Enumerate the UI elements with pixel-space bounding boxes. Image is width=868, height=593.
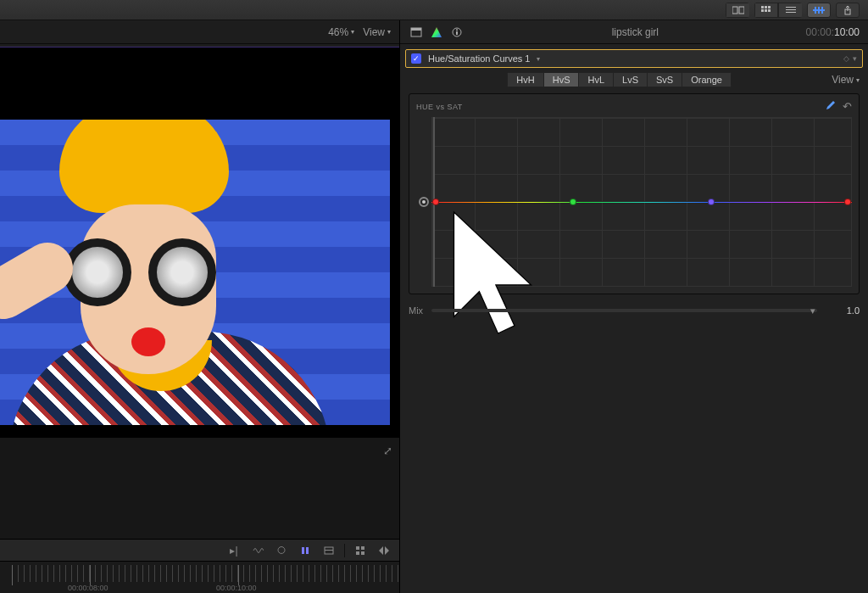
inspector-panel: lipstick girl 00:00:10:00 ✓ Hue/Saturati… <box>400 20 868 593</box>
effect-header-row[interactable]: ✓ Hue/Saturation Curves 1 ▾ ◇ ▾ <box>405 49 863 68</box>
curve-tab-hvs[interactable]: HvS <box>543 72 579 87</box>
viewer-view-label: View <box>363 26 385 38</box>
timeline-index-icon[interactable] <box>320 543 337 558</box>
layout-dual-icon[interactable] <box>726 3 749 18</box>
curve-control-point[interactable] <box>432 199 439 205</box>
svg-rect-16 <box>302 547 304 554</box>
list-view-icon[interactable] <box>778 3 802 18</box>
skimming-icon[interactable]: ▸| <box>225 543 242 558</box>
svg-rect-4 <box>768 6 771 8</box>
curve-control-point[interactable] <box>844 199 851 205</box>
curve-tab-hvh[interactable]: HvH <box>507 72 542 87</box>
snapping-icon[interactable] <box>297 543 314 558</box>
viewer-header: 46% ▾ View ▾ <box>0 20 399 44</box>
svg-rect-2 <box>761 6 764 8</box>
curves-view-menu[interactable]: View ▾ <box>832 74 860 86</box>
svg-rect-19 <box>325 550 333 551</box>
svg-rect-8 <box>786 7 796 8</box>
mix-label: Mix <box>409 305 423 316</box>
video-inspector-tab-icon[interactable] <box>409 25 424 40</box>
filmstrip-icon[interactable] <box>754 3 778 18</box>
viewer-canvas[interactable] <box>0 48 399 438</box>
viewer-panel: 46% ▾ View ▾ ⤢ <box>0 20 400 593</box>
timeline-ruler[interactable]: 00:00:08:00 00:00:10:00 <box>0 561 399 593</box>
svg-rect-10 <box>786 12 796 13</box>
audio-skimming-icon[interactable] <box>249 543 266 558</box>
ruler-label: 00:00:10:00 <box>216 584 257 592</box>
svg-rect-23 <box>361 551 364 555</box>
color-inspector-tab-icon[interactable] <box>429 25 444 40</box>
svg-rect-3 <box>765 6 767 8</box>
layout-switcher <box>726 3 749 18</box>
curves-tabs-bar: HvHHvSHvLLvSSvSOrange View ▾ <box>400 68 868 92</box>
svg-rect-7 <box>768 9 771 12</box>
inspector-toggle-icon[interactable] <box>807 3 831 18</box>
viewer-view-menu[interactable]: View ▾ <box>363 26 391 38</box>
expand-viewer-icon[interactable]: ⤢ <box>383 445 392 457</box>
svg-marker-26 <box>431 27 442 37</box>
curve-tab-hvl[interactable]: HvL <box>578 72 613 87</box>
effect-nav-arrows: ◇ ▾ <box>843 54 857 63</box>
chevron-down-icon: ▾ <box>387 28 391 36</box>
svg-rect-28 <box>456 31 458 35</box>
curve-tab-svs[interactable]: SvS <box>647 72 682 87</box>
mix-slider-knob[interactable]: ▾ <box>810 305 815 316</box>
svg-rect-20 <box>356 546 359 550</box>
curve-type-segmented: HvHHvSHvLLvSSvSOrange <box>507 72 732 87</box>
view-mode-group <box>754 3 802 18</box>
curve-control-point[interactable] <box>708 199 715 205</box>
effect-enable-checkbox[interactable]: ✓ <box>411 53 421 64</box>
transitions-browser-icon[interactable] <box>376 543 392 558</box>
svg-rect-17 <box>306 547 309 554</box>
timeline-tool-bar: ▸| <box>0 539 399 561</box>
share-button[interactable] <box>836 3 860 18</box>
chevron-down-icon: ▾ <box>856 76 860 84</box>
preview-frame <box>0 120 390 425</box>
svg-rect-5 <box>761 9 764 12</box>
zoom-menu[interactable]: 46% ▾ <box>328 26 354 38</box>
info-inspector-tab-icon[interactable] <box>449 25 465 40</box>
svg-rect-22 <box>356 551 359 555</box>
svg-rect-13 <box>818 7 820 14</box>
svg-rect-0 <box>732 7 737 14</box>
svg-rect-1 <box>739 7 744 14</box>
chevron-down-icon: ▾ <box>351 28 354 36</box>
mix-value[interactable]: 1.0 <box>826 305 860 316</box>
effect-name: Hue/Saturation Curves 1 <box>428 53 530 64</box>
svg-rect-9 <box>786 9 796 10</box>
hue-sat-curve-panel: HUE vs SAT ↶ <box>409 93 860 294</box>
solo-icon[interactable] <box>273 543 290 558</box>
zoom-value: 46% <box>328 26 348 38</box>
chevron-down-icon[interactable]: ▾ <box>853 54 857 63</box>
ruler-label: 00:00:08:00 <box>68 584 108 592</box>
svg-rect-12 <box>815 7 816 14</box>
hue-spectrum-line <box>431 201 852 203</box>
clip-timecode: 00:00:10:00 <box>806 26 860 38</box>
curve-title: HUE vs SAT <box>416 103 463 111</box>
viewer-lower-area: ⤢ ▸| <box>0 438 399 593</box>
svg-rect-14 <box>821 7 823 14</box>
clip-title: lipstick girl <box>470 26 801 38</box>
inspector-header: lipstick girl 00:00:10:00 <box>400 20 868 44</box>
chevron-down-icon: ▾ <box>537 55 540 63</box>
curves-view-label: View <box>832 74 854 86</box>
effects-browser-icon[interactable] <box>352 543 369 558</box>
svg-rect-25 <box>411 28 421 31</box>
svg-rect-6 <box>765 9 767 12</box>
mix-row: Mix ▾ 1.0 <box>409 299 860 322</box>
mix-slider[interactable]: ▾ <box>431 309 817 312</box>
reset-curve-icon[interactable]: ↶ <box>843 100 853 113</box>
app-top-toolbar <box>0 0 868 20</box>
svg-rect-29 <box>456 29 458 31</box>
curve-graph[interactable] <box>416 117 852 287</box>
curve-tab-orange[interactable]: Orange <box>682 72 732 87</box>
eyedropper-icon[interactable] <box>824 99 836 114</box>
svg-rect-21 <box>361 546 364 550</box>
prev-effect-icon[interactable]: ◇ <box>843 54 849 63</box>
curve-origin-handle[interactable] <box>419 197 429 207</box>
curve-tab-lvs[interactable]: LvS <box>613 72 647 87</box>
